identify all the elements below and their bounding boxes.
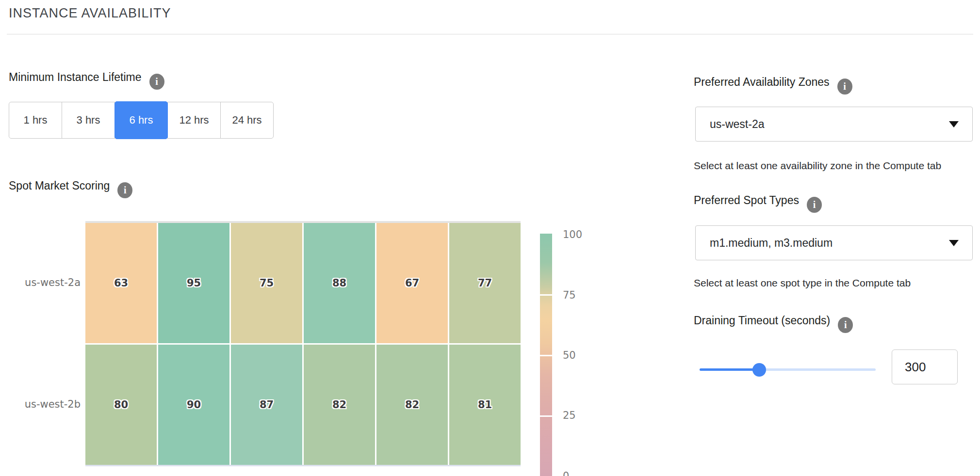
heatmap-cell: 67 xyxy=(376,223,448,343)
colorbar-label-0: 0 xyxy=(563,470,569,476)
heatmap-row-label-us-west-2b: us-west-2b xyxy=(9,398,81,410)
spot-types-dropdown[interactable]: m1.medium, m3.medium xyxy=(695,225,973,260)
preferred-availability-zones-label: Preferred Availability Zones xyxy=(694,76,830,88)
availability-zones-helper: Select at least one availability zone in… xyxy=(694,160,941,172)
lifetime-button-6hrs[interactable]: 6 hrs xyxy=(114,101,168,139)
spot-market-scoring-label: Spot Market Scoring xyxy=(9,179,110,192)
chevron-down-icon xyxy=(949,240,959,246)
info-icon[interactable]: i xyxy=(117,182,132,198)
lifetime-button-1hrs[interactable]: 1 hrs xyxy=(9,102,62,139)
info-icon[interactable]: i xyxy=(837,79,852,95)
spot-market-scoring-heatmap: 63 95 75 88 67 77 80 90 87 82 82 81 xyxy=(85,221,521,466)
info-icon[interactable]: i xyxy=(807,197,822,213)
heatmap-cell: 81 xyxy=(449,345,521,465)
colorbar-label-25: 25 xyxy=(563,410,576,421)
spot-types-helper: Select at least one spot type in the Com… xyxy=(694,277,911,289)
info-icon[interactable]: i xyxy=(838,317,853,333)
heatmap-cell: 95 xyxy=(158,223,229,343)
heatmap-colorbar xyxy=(540,234,552,476)
colorbar-tick-25 xyxy=(540,415,552,417)
slider-thumb[interactable] xyxy=(752,363,766,377)
header-divider xyxy=(7,34,973,34)
chevron-down-icon xyxy=(949,121,959,127)
availability-zones-dropdown[interactable]: us-west-2a xyxy=(695,107,973,142)
lifetime-button-24hrs[interactable]: 24 hrs xyxy=(220,102,274,139)
heatmap-cell: 75 xyxy=(231,223,302,343)
draining-timeout-input[interactable] xyxy=(892,349,958,384)
availability-zones-value: us-west-2a xyxy=(710,118,949,131)
heatmap-cell: 80 xyxy=(85,345,157,465)
minimum-instance-lifetime-button-group: 1 hrs 3 hrs 6 hrs 12 hrs 24 hrs xyxy=(9,102,274,140)
info-icon[interactable]: i xyxy=(149,74,164,90)
page-title: INSTANCE AVAILABILITY xyxy=(9,6,171,21)
heatmap-bottom-border xyxy=(85,465,521,466)
heatmap-cell: 82 xyxy=(304,345,375,465)
colorbar-label-100: 100 xyxy=(563,229,582,240)
heatmap-cell: 77 xyxy=(449,223,521,343)
colorbar-label-75: 75 xyxy=(563,289,576,301)
heatmap-row-label-us-west-2a: us-west-2a xyxy=(9,277,81,288)
heatmap-grid: 63 95 75 88 67 77 80 90 87 82 82 81 xyxy=(85,223,521,465)
draining-timeout-label: Draining Timeout (seconds) xyxy=(694,314,830,327)
heatmap-cell: 90 xyxy=(158,345,229,465)
slider-fill xyxy=(700,368,759,371)
heatmap-cell: 88 xyxy=(304,223,375,343)
heatmap-cell: 63 xyxy=(85,223,157,343)
minimum-instance-lifetime-label: Minimum Instance Lifetime xyxy=(9,71,142,83)
draining-timeout-slider[interactable] xyxy=(700,363,876,377)
colorbar-tick-50 xyxy=(540,355,552,356)
heatmap-cell: 87 xyxy=(231,345,302,465)
lifetime-button-3hrs[interactable]: 3 hrs xyxy=(62,102,115,139)
preferred-spot-types-label: Preferred Spot Types xyxy=(694,194,799,206)
heatmap-cell: 82 xyxy=(376,345,448,465)
spot-types-value: m1.medium, m3.medium xyxy=(710,237,949,250)
colorbar-label-50: 50 xyxy=(563,349,576,361)
lifetime-button-12hrs[interactable]: 12 hrs xyxy=(167,102,221,139)
colorbar-tick-75 xyxy=(540,294,552,296)
